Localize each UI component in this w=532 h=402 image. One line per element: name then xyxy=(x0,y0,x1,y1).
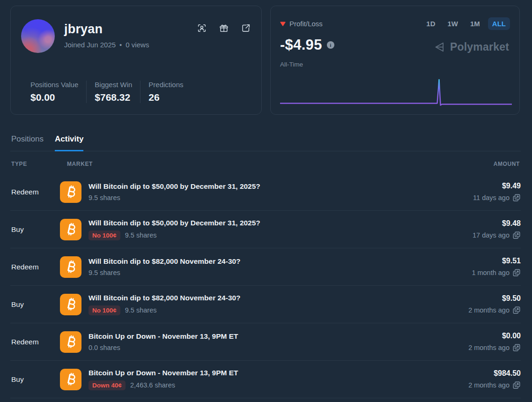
column-type: TYPE xyxy=(11,161,67,167)
shares-label: 0.0 shares xyxy=(89,344,120,351)
time-ago: 2 months ago xyxy=(468,306,510,314)
range-1m-button[interactable]: 1M xyxy=(466,17,484,30)
activity-type: Redeem xyxy=(11,263,60,271)
table-row: Redeem Will Bitcoin dip to $82,000 Novem… xyxy=(10,248,521,286)
transaction-link-icon[interactable] xyxy=(512,194,521,202)
transaction-link-icon[interactable] xyxy=(512,343,521,352)
transaction-link-icon[interactable] xyxy=(512,306,521,314)
range-all-button[interactable]: ALL xyxy=(488,17,510,30)
market-title[interactable]: Will Bitcoin dip to $82,000 November 24-… xyxy=(89,257,241,266)
polymarket-wordmark: Polymarket xyxy=(450,41,509,53)
time-ago: 2 months ago xyxy=(468,381,510,389)
pnl-value: -$4.95 xyxy=(280,37,322,53)
amount-cell: $0.00 2 months ago xyxy=(468,332,521,352)
table-row: Buy Will Bitcoin dip to $82,000 November… xyxy=(10,286,521,323)
amount-value: $9.50 xyxy=(468,294,521,303)
table-row: Redeem Bitcoin Up or Down - November 13,… xyxy=(10,323,521,361)
stat-value: 26 xyxy=(148,92,183,103)
bitcoin-icon xyxy=(60,256,81,278)
market-title[interactable]: Bitcoin Up or Down - November 13, 9PM ET xyxy=(89,369,238,377)
amount-cell: $9.49 11 days ago xyxy=(473,182,521,202)
activity-type: Redeem xyxy=(11,188,60,196)
market-cell: Will Bitcoin dip to $82,000 November 24-… xyxy=(60,294,468,315)
column-amount: AMOUNT xyxy=(494,161,520,167)
polymarket-watermark: Polymarket xyxy=(433,41,509,53)
market-sub: No 100¢ 9.5 shares xyxy=(89,305,241,315)
shares-label: 9.5 shares xyxy=(125,306,157,314)
stat-label: Biggest Win xyxy=(95,81,132,89)
shares-label: 9.5 shares xyxy=(89,269,120,276)
market-sub: No 100¢ 9.5 shares xyxy=(89,231,260,240)
polymarket-logo-icon xyxy=(433,41,446,53)
amount-time-row: 11 days ago xyxy=(473,194,521,202)
activity-type: Buy xyxy=(11,375,60,384)
user-scan-icon[interactable] xyxy=(197,23,207,33)
stat-label: Positions Value xyxy=(30,81,78,89)
time-ago: 11 days ago xyxy=(473,194,510,201)
market-title[interactable]: Will Bitcoin dip to $82,000 November 24-… xyxy=(89,294,241,302)
pnl-title: Profit/Loss xyxy=(289,20,323,28)
bitcoin-icon xyxy=(60,219,81,240)
profile-name: jbryan xyxy=(64,22,149,37)
outcome-badge: Down 40¢ xyxy=(89,380,126,390)
market-cell: Will Bitcoin dip to $82,000 November 24-… xyxy=(60,256,472,278)
time-ago: 2 months ago xyxy=(468,344,510,351)
stat-label: Predictions xyxy=(148,81,183,89)
market-cell: Will Bitcoin dip to $50,000 by December … xyxy=(60,219,473,240)
profile-info: jbryan Joined Jun 2025 • 0 views xyxy=(64,19,149,49)
shares-label: 9.5 shares xyxy=(89,194,120,201)
gift-icon[interactable] xyxy=(219,23,229,33)
amount-cell: $9.51 1 month ago xyxy=(472,257,521,277)
market-sub: Down 40¢ 2,463.6 shares xyxy=(89,380,238,390)
transaction-link-icon[interactable] xyxy=(512,381,521,389)
pnl-chart xyxy=(280,77,512,108)
amount-value: $9.49 xyxy=(473,182,521,190)
market-info: Will Bitcoin dip to $82,000 November 24-… xyxy=(89,294,241,315)
market-title[interactable]: Will Bitcoin dip to $50,000 by December … xyxy=(89,182,260,191)
table-row: Buy Bitcoin Up or Down - November 13, 9P… xyxy=(10,361,521,398)
activity-type: Buy xyxy=(11,300,60,309)
amount-value: $9.48 xyxy=(473,219,521,228)
market-sub: 9.5 shares xyxy=(89,194,260,201)
transaction-link-icon[interactable] xyxy=(512,268,521,277)
share-icon[interactable] xyxy=(241,23,251,33)
market-cell: Bitcoin Up or Down - November 13, 9PM ET… xyxy=(60,331,468,353)
amount-cell: $9.48 17 days ago xyxy=(473,219,521,239)
tab-activity[interactable]: Activity xyxy=(55,134,83,151)
amount-time-row: 17 days ago xyxy=(473,231,521,239)
stat-value: $0.00 xyxy=(30,92,78,103)
bitcoin-icon xyxy=(60,294,81,315)
range-1w-button[interactable]: 1W xyxy=(443,17,462,30)
time-ago: 1 month ago xyxy=(472,269,510,276)
pnl-period-label: All-Time xyxy=(280,61,510,68)
market-sub: 9.5 shares xyxy=(89,269,241,276)
amount-time-row: 2 months ago xyxy=(468,306,521,314)
activity-type: Buy xyxy=(11,225,60,234)
profile-stats: Positions Value $0.00 Biggest Win $768.3… xyxy=(30,81,252,103)
stat-predictions: Predictions 26 xyxy=(140,81,191,103)
info-icon[interactable]: i xyxy=(327,41,334,49)
activity-table-header: TYPE MARKET AMOUNT xyxy=(10,151,521,173)
market-info: Will Bitcoin dip to $50,000 by December … xyxy=(89,219,260,240)
top-section: jbryan Joined Jun 2025 • 0 views xyxy=(0,0,532,115)
market-cell: Will Bitcoin dip to $50,000 by December … xyxy=(60,181,473,203)
market-title[interactable]: Will Bitcoin dip to $50,000 by December … xyxy=(89,219,260,227)
transaction-link-icon[interactable] xyxy=(512,231,521,239)
bitcoin-icon xyxy=(60,181,81,203)
pnl-title-group: Profit/Loss xyxy=(280,20,323,28)
outcome-badge: No 100¢ xyxy=(89,231,120,240)
market-info: Will Bitcoin dip to $50,000 by December … xyxy=(89,182,260,201)
market-cell: Bitcoin Up or Down - November 13, 9PM ET… xyxy=(60,369,468,390)
market-info: Bitcoin Up or Down - November 13, 9PM ET… xyxy=(89,332,238,351)
amount-value: $984.50 xyxy=(468,369,521,378)
range-1d-button[interactable]: 1D xyxy=(422,17,439,30)
profile-actions xyxy=(197,23,251,33)
loss-triangle-icon xyxy=(280,22,286,26)
table-row: Redeem Will Bitcoin dip to $50,000 by De… xyxy=(10,173,521,211)
shares-label: 9.5 shares xyxy=(125,231,157,239)
pnl-card: Profit/Loss 1D 1W 1M ALL -$4.95 i All-Ti… xyxy=(270,6,520,115)
outcome-badge: No 100¢ xyxy=(89,305,120,315)
tab-positions[interactable]: Positions xyxy=(11,134,44,151)
market-title[interactable]: Bitcoin Up or Down - November 13, 9PM ET xyxy=(89,332,238,341)
amount-cell: $9.50 2 months ago xyxy=(468,294,521,314)
